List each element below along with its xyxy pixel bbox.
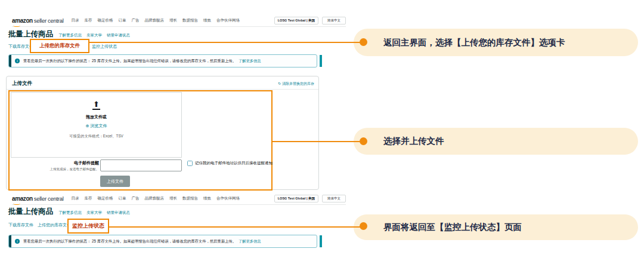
callout-text: 界面将返回至【监控上传状态】页面 — [383, 222, 522, 233]
info-icon: i — [15, 59, 20, 63]
info-icon: i — [15, 239, 20, 244]
callout-bubble-select-upload: 选择并上传文件 — [354, 128, 638, 155]
connector-line-1 — [89, 42, 362, 43]
tab-download-inventory-file[interactable]: 下载库存文件 — [8, 222, 33, 228]
language-selector[interactable]: 简体中文 — [322, 17, 346, 24]
nav-item[interactable]: 品牌旗舰店 — [145, 18, 165, 23]
nav-item[interactable]: 订单 — [119, 18, 126, 23]
callout-text: 返回主界面，选择【上传您的库存文件】选项卡 — [383, 37, 565, 48]
panel-divider — [7, 89, 318, 90]
nav-item[interactable]: 品牌旗舰店 — [145, 196, 165, 201]
callout-text: 选择并上传文件 — [383, 136, 444, 147]
nav-item[interactable]: 库存 — [85, 18, 92, 23]
tab-upload-your-inventory-file[interactable]: 上传您的库存文件 — [38, 222, 71, 228]
nav-bar-top: amazon seller central 目录库存确定价格订单广告品牌旗舰店增… — [12, 14, 346, 27]
page-title: 批量上传商品 — [8, 29, 53, 39]
amazon-smile-icon — [13, 202, 20, 205]
panel-title: 上传文件 — [12, 80, 32, 87]
title-links: 了解更多信息卖家大学销量申请状态 — [58, 33, 130, 38]
banner-message: 查看您最后一次执行的以下操作的状态： 25 库存文件上传。如果处理报告出现任何错… — [23, 239, 236, 243]
tab-upload-your-inventory-file[interactable]: 上传您的库存文件 — [39, 42, 80, 50]
connector-line-3 — [109, 226, 362, 228]
amazon-logo[interactable]: amazon seller central — [12, 17, 64, 24]
callout-bubble-upload-tab: 返回主界面，选择【上传您的库存文件】选项卡 — [354, 29, 638, 56]
title-link[interactable]: 了解更多信息 — [58, 210, 82, 216]
banner-text: 查看您最后一次执行的以下操作的状态： 25 库存文件上传。如果处理报告出现任何错… — [23, 59, 261, 64]
banner-learn-more-link[interactable]: 了解更多信息 — [239, 59, 261, 63]
nav-item[interactable]: 合作伙伴网络 — [216, 196, 240, 201]
tab-monitor-upload-status[interactable]: 监控上传状态 — [92, 44, 117, 50]
highlight-box-upload-tab: 上传您的库存文件 — [30, 39, 89, 53]
nav-item[interactable]: 数据报告 — [182, 18, 198, 23]
highlight-box-upload-area — [8, 90, 273, 191]
seller-central-logo-text: seller central — [34, 195, 64, 202]
remember-email-checkbox-label: 记住我的电子邮件地址以供日后接收提醒通知 — [195, 160, 278, 166]
nav-item[interactable]: 数据报告 — [182, 196, 198, 201]
banner-message: 查看您最后一次执行的以下操作的状态： 25 库存文件上传。如果处理报告出现任何错… — [23, 59, 236, 63]
nav-item[interactable]: 订单 — [119, 196, 126, 201]
banner-learn-more-link[interactable]: 了解更多信息 — [239, 239, 261, 243]
seller-central-logo-text: seller central — [34, 17, 64, 24]
title-link[interactable]: 卖家大学 — [86, 210, 102, 216]
remember-email-checkbox[interactable] — [187, 161, 193, 166]
nav-item[interactable]: 绩效 — [203, 196, 211, 201]
connector-dot-1 — [360, 38, 367, 46]
tabs-row-bottom: 下载库存文件 上传您的库存文件 监控上传状态 — [8, 217, 330, 234]
nav-item[interactable]: 增长 — [169, 18, 177, 23]
banner-accent-bar — [9, 55, 11, 67]
nav-item[interactable]: 目录 — [72, 196, 79, 201]
nav-menu: 目录库存确定价格订单广告品牌旗舰店增长数据报告绩效合作伙伴网络 — [72, 18, 240, 23]
nav-item[interactable]: 广告 — [132, 18, 140, 23]
tutorial-canvas: amazon seller central 目录库存确定价格订单广告品牌旗舰店增… — [0, 0, 644, 264]
nav-menu: 目录库存确定价格订单广告品牌旗舰店增长数据报告绩效合作伙伴网络 — [72, 196, 240, 201]
nav-item[interactable]: 绩效 — [203, 18, 211, 23]
callout-bubble-monitor-status: 界面将返回至【监控上传状态】页面 — [354, 214, 638, 240]
page-header-bottom: 批量上传商品 了解更多信息卖家大学销量申请状态 — [8, 207, 130, 217]
title-link[interactable]: 了解更多信息 — [58, 33, 82, 38]
banner-accent-bar — [9, 235, 11, 247]
nav-bar-bottom: amazon seller central 目录库存确定价格订单广告品牌旗舰店增… — [12, 192, 346, 205]
amazon-logo-text: amazon — [12, 195, 33, 202]
cropped-banner-edge-top — [320, 55, 322, 67]
account-badge[interactable]: LOSG Test Global | 美国 — [274, 195, 318, 202]
tab-monitor-upload-status[interactable]: 监控上传状态 — [72, 222, 104, 230]
title-link[interactable]: 销量申请状态 — [107, 33, 130, 38]
tabs-row-top: 下载库存文件 上传您的库存文件 监控上传状态 — [8, 39, 330, 54]
highlight-box-monitor-tab: 监控上传状态 — [67, 219, 109, 234]
amazon-smile-icon — [13, 24, 20, 27]
connector-line-2 — [273, 141, 362, 142]
nav-item[interactable]: 确定价格 — [98, 18, 113, 23]
nav-item[interactable]: 广告 — [132, 196, 140, 201]
nav-item[interactable]: 确定价格 — [98, 196, 113, 201]
amazon-logo[interactable]: amazon seller central — [12, 195, 64, 202]
connector-dot-3 — [360, 222, 367, 230]
clear-replace-inventory-link[interactable]: ↻ 清除并替换您的库存 — [278, 81, 314, 87]
nav-item[interactable]: 目录 — [72, 18, 79, 23]
account-badge[interactable]: LOSG Test Global | 美国 — [274, 17, 318, 24]
nav-item[interactable]: 库存 — [85, 196, 92, 201]
language-selector[interactable]: 简体中文 — [322, 195, 346, 202]
banner-text: 查看您最后一次执行的以下操作的状态： 25 库存文件上传。如果处理报告出现任何错… — [23, 239, 261, 244]
page-title: 批量上传商品 — [8, 207, 53, 217]
title-links: 了解更多信息卖家大学销量申请状态 — [58, 210, 130, 216]
amazon-logo-text: amazon — [12, 17, 33, 24]
title-link[interactable]: 卖家大学 — [86, 33, 102, 38]
title-link[interactable]: 销量申请状态 — [107, 210, 130, 216]
nav-item[interactable]: 增长 — [169, 196, 177, 201]
page-header-top: 批量上传商品 了解更多信息卖家大学销量申请状态 — [8, 29, 130, 39]
info-banner-bottom: i 查看您最后一次执行的以下操作的状态： 25 库存文件上传。如果处理报告出现任… — [8, 235, 317, 248]
nav-item[interactable]: 合作伙伴网络 — [216, 18, 240, 23]
connector-dot-2 — [360, 137, 367, 145]
cropped-banner-edge-bottom — [320, 235, 322, 247]
info-banner-top: i 查看您最后一次执行的以下操作的状态： 25 库存文件上传。如果处理报告出现任… — [8, 54, 317, 67]
